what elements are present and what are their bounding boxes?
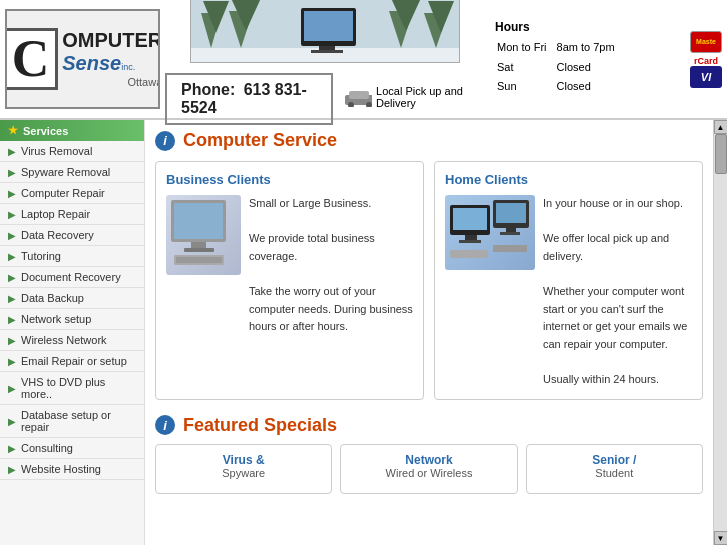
svg-rect-30: [506, 228, 516, 232]
arrow-icon: ▶: [8, 230, 16, 241]
sidebar-label-document-recovery: Document Recovery: [21, 271, 121, 283]
scrollbar-v[interactable]: ▲ ▼: [713, 120, 727, 545]
hours-day-3: Sun: [497, 78, 555, 96]
mastercard-icon: Maste: [690, 31, 722, 53]
sidebar-item-wireless-network[interactable]: ▶ Wireless Network: [0, 330, 144, 351]
sidebar-header: ★ Services: [0, 120, 144, 141]
special-title-senior: Senior /: [535, 453, 694, 467]
hours-table: Mon to Fri 8am to 7pm Sat Closed Sun Clo…: [495, 37, 617, 98]
scroll-up-button[interactable]: ▲: [714, 120, 728, 134]
sidebar-label-website-hosting: Website Hosting: [21, 463, 101, 475]
car-icon: [343, 87, 372, 107]
service-title-text: Computer Service: [183, 130, 337, 151]
arrow-icon: ▶: [8, 464, 16, 475]
business-card-text: Small or Large Business. We provide tota…: [249, 195, 413, 336]
sidebar-item-website-hosting[interactable]: ▶ Website Hosting: [0, 459, 144, 480]
phone-label: Phone:: [181, 81, 235, 98]
hours-day-1: Mon to Fri: [497, 39, 555, 57]
arrow-icon: ▶: [8, 146, 16, 157]
arrow-icon: ▶: [8, 272, 16, 283]
sidebar-item-document-recovery[interactable]: ▶ Document Recovery: [0, 267, 144, 288]
arrow-icon: ▶: [8, 314, 16, 325]
sidebar-label-virus-removal: Virus Removal: [21, 145, 92, 157]
sidebar-item-database-setup[interactable]: ▶ Database setup or repair: [0, 405, 144, 438]
home-card-title: Home Clients: [445, 172, 692, 187]
hours-time-3: Closed: [557, 78, 615, 96]
sidebar-label-network-setup: Network setup: [21, 313, 91, 325]
business-line1: Small or Large Business.: [249, 195, 413, 213]
hours-row-weekday: Mon to Fri 8am to 7pm: [497, 39, 615, 57]
featured-title-text: Featured Specials: [183, 415, 337, 436]
business-card-body: Small or Large Business. We provide tota…: [166, 195, 413, 336]
logo-computer-text: OMPUTER: [62, 29, 160, 52]
sidebar-item-laptop-repair[interactable]: ▶ Laptop Repair: [0, 204, 144, 225]
banner-svg: [191, 0, 459, 63]
scroll-down-button[interactable]: ▼: [714, 531, 728, 545]
page-header: C OMPUTER Sense inc. Ottawa: [0, 0, 727, 120]
logo-box: C OMPUTER Sense inc. Ottawa: [5, 9, 160, 109]
sidebar-label-vhs-dvd: VHS to DVD plus more..: [21, 376, 136, 400]
arrow-icon: ▶: [8, 416, 16, 427]
arrow-icon: ▶: [8, 251, 16, 262]
business-computer-svg: [166, 195, 241, 275]
sidebar-item-computer-repair[interactable]: ▶ Computer Repair: [0, 183, 144, 204]
svg-rect-25: [453, 208, 487, 230]
sidebar-item-data-backup[interactable]: ▶ Data Backup: [0, 288, 144, 309]
logo-area: C OMPUTER Sense inc. Ottawa: [5, 9, 165, 109]
logo-c-letter: C: [12, 30, 50, 87]
scroll-thumb[interactable]: [715, 134, 727, 174]
svg-rect-31: [500, 232, 520, 235]
svg-rect-9: [311, 50, 343, 53]
special-subtitle-senior: Student: [535, 467, 694, 479]
svg-rect-32: [450, 250, 488, 258]
hours-title: Hours: [495, 20, 530, 34]
arrow-icon: ▶: [8, 335, 16, 346]
sidebar-item-spyware-removal[interactable]: ▶ Spyware Removal: [0, 162, 144, 183]
home-card-body: In your house or in our shop. We offer l…: [445, 195, 692, 389]
star-icon: ★: [8, 124, 18, 137]
hours-row-sun: Sun Closed: [497, 78, 615, 96]
main-layout: ★ Services ▶ Virus Removal ▶ Spyware Rem…: [0, 120, 727, 545]
home-line2: We offer local pick up and delivery.: [543, 230, 692, 265]
special-title-network: Network: [349, 453, 508, 467]
logo-sense-text: Sense: [62, 52, 121, 75]
sidebar-label-data-backup: Data Backup: [21, 292, 84, 304]
sidebar-item-tutoring[interactable]: ▶ Tutoring: [0, 246, 144, 267]
sidebar-item-consulting[interactable]: ▶ Consulting: [0, 438, 144, 459]
svg-rect-33: [493, 245, 527, 252]
home-line3: Whether your computer wont start or you …: [543, 283, 692, 353]
banner-image: [191, 0, 459, 62]
sidebar-item-vhs-dvd[interactable]: ▶ VHS to DVD plus more..: [0, 372, 144, 405]
scroll-track: [714, 134, 727, 531]
svg-rect-21: [184, 248, 214, 252]
special-card-virus[interactable]: Virus & Spyware: [155, 444, 332, 494]
sidebar-item-virus-removal[interactable]: ▶ Virus Removal: [0, 141, 144, 162]
special-card-network[interactable]: Network Wired or Wireless: [340, 444, 517, 494]
business-card-image: [166, 195, 241, 275]
featured-section-title: i Featured Specials: [155, 415, 703, 436]
svg-rect-27: [459, 240, 481, 243]
hours-row-sat: Sat Closed: [497, 59, 615, 77]
sidebar-item-network-setup[interactable]: ▶ Network setup: [0, 309, 144, 330]
hours-day-2: Sat: [497, 59, 555, 77]
home-card-image: [445, 195, 535, 270]
visa-label: VI: [701, 71, 711, 83]
sidebar-label-consulting: Consulting: [21, 442, 73, 454]
svg-rect-7: [304, 11, 353, 41]
sidebar-label-laptop-repair: Laptop Repair: [21, 208, 90, 220]
business-line2: We provide total business coverage.: [249, 230, 413, 265]
arrow-icon: ▶: [8, 209, 16, 220]
special-card-senior[interactable]: Senior / Student: [526, 444, 703, 494]
credit-cards: Maste rCard VI: [690, 31, 722, 88]
arrow-icon: ▶: [8, 383, 16, 394]
svg-rect-29: [496, 203, 526, 223]
sidebar-item-email-repair[interactable]: ▶ Email Repair or setup: [0, 351, 144, 372]
service-section-title: i Computer Service: [155, 130, 703, 151]
sidebar-label-wireless-network: Wireless Network: [21, 334, 107, 346]
service-cards: Business Clients Small or Larg: [155, 161, 703, 400]
hours-time-2: Closed: [557, 59, 615, 77]
header-middle: Phone: 613 831-5524 Local Pick up and De…: [165, 0, 485, 125]
phone-box: Phone: 613 831-5524: [165, 73, 333, 125]
sidebar-item-data-recovery[interactable]: ▶ Data Recovery: [0, 225, 144, 246]
visa-icon: VI: [690, 66, 722, 88]
